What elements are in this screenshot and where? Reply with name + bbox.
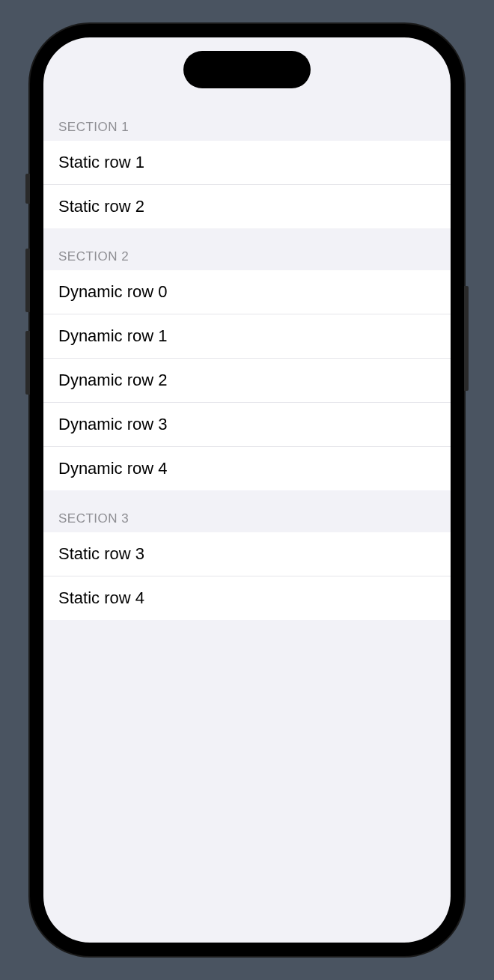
list-row[interactable]: Static row 2 <box>43 185 451 228</box>
list-row[interactable]: Static row 1 <box>43 141 451 185</box>
phone-screen: Section 1 Static row 1 Static row 2 Sect… <box>43 37 451 943</box>
phone-silence-switch <box>25 174 30 204</box>
list-row[interactable]: Dynamic row 4 <box>43 447 451 490</box>
list-section-2: Dynamic row 0 Dynamic row 1 Dynamic row … <box>43 270 451 490</box>
list-section-3: Static row 3 Static row 4 <box>43 532 451 620</box>
phone-power-button <box>464 286 469 391</box>
section-header-2: Section 2 <box>43 228 451 270</box>
list-row[interactable]: Dynamic row 2 <box>43 359 451 403</box>
list-section-1: Static row 1 Static row 2 <box>43 141 451 228</box>
section-header-3: Section 3 <box>43 490 451 532</box>
list-row[interactable]: Static row 4 <box>43 576 451 620</box>
section-header-1: Section 1 <box>43 106 451 141</box>
list-row[interactable]: Static row 3 <box>43 532 451 576</box>
list-row[interactable]: Dynamic row 1 <box>43 314 451 359</box>
scroll-content[interactable]: Section 1 Static row 1 Static row 2 Sect… <box>43 37 451 943</box>
phone-volume-up-button <box>25 249 30 312</box>
list-row[interactable]: Dynamic row 3 <box>43 403 451 447</box>
dynamic-island <box>183 51 311 88</box>
phone-volume-down-button <box>25 331 30 395</box>
list-row[interactable]: Dynamic row 0 <box>43 270 451 314</box>
phone-frame: Section 1 Static row 1 Static row 2 Sect… <box>30 24 464 956</box>
